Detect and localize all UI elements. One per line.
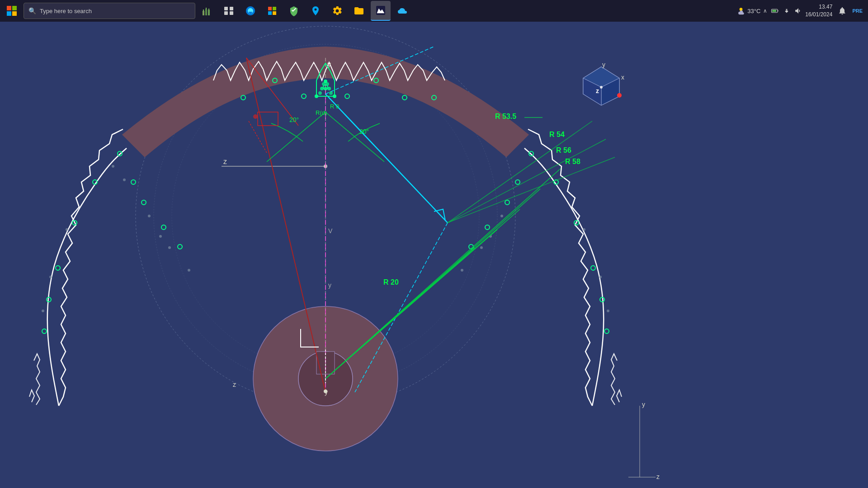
cloud-icon — [397, 5, 408, 16]
settings-app-button[interactable] — [327, 1, 347, 21]
svg-rect-9 — [230, 11, 233, 15]
city-thumbnail[interactable] — [197, 1, 217, 21]
taskbar-right: 33°C ∧ 13.47 16/0 — [736, 3, 866, 19]
svg-point-110 — [617, 93, 622, 98]
r20-label: R 20 — [383, 278, 399, 286]
cad-icon — [375, 5, 386, 16]
store-button[interactable] — [262, 1, 282, 21]
svg-rect-2 — [208, 10, 210, 15]
battery-icon — [771, 7, 779, 15]
svg-rect-1 — [205, 9, 207, 15]
r54-label: R 54 — [549, 131, 565, 138]
svg-point-86 — [253, 114, 258, 119]
angle1-label: 20° — [289, 116, 299, 123]
svg-rect-12 — [268, 11, 272, 15]
cad-app-button[interactable] — [371, 1, 391, 21]
svg-rect-14 — [376, 6, 385, 15]
task-view-button[interactable] — [219, 1, 239, 21]
svg-point-100 — [324, 389, 327, 393]
svg-rect-10 — [268, 7, 272, 10]
svg-point-90 — [315, 94, 318, 98]
svg-rect-6 — [224, 7, 228, 10]
svg-point-111 — [600, 86, 603, 89]
svg-point-95 — [322, 82, 326, 86]
svg-point-67 — [583, 228, 585, 231]
store-icon — [267, 5, 278, 16]
svg-rect-13 — [273, 11, 276, 15]
gear-icon — [332, 5, 343, 16]
svg-rect-7 — [230, 7, 233, 10]
wifi-icon — [783, 7, 791, 15]
search-bar[interactable]: 🔍 Type here to search — [24, 3, 195, 19]
r0b-label: R(d) — [316, 109, 327, 116]
edge-button[interactable] — [241, 1, 260, 21]
cloud-app-button[interactable] — [392, 1, 412, 21]
svg-point-93 — [324, 87, 327, 90]
search-input[interactable]: Type here to search — [40, 8, 92, 14]
search-icon: 🔍 — [28, 7, 36, 14]
cad-canvas[interactable]: y z V y — [0, 22, 868, 488]
r56-label: R 56 — [556, 146, 571, 154]
notification-button[interactable] — [835, 4, 849, 18]
svg-point-55 — [123, 178, 126, 181]
svg-point-69 — [607, 310, 609, 312]
r0-label: R 0 — [330, 103, 339, 110]
date-display: 16/01/2024 — [805, 11, 832, 19]
svg-point-63 — [500, 215, 503, 217]
pre-badge: PRE — [852, 8, 863, 14]
svg-rect-18 — [778, 10, 778, 12]
temperature: 33°C — [747, 8, 760, 14]
y-right-label: y — [642, 401, 645, 408]
svg-point-62 — [42, 310, 44, 312]
time-display: 13.47 — [805, 3, 832, 11]
svg-point-15 — [740, 8, 743, 11]
svg-point-66 — [461, 269, 463, 272]
cloud-weather-icon — [736, 6, 745, 15]
svg-rect-3 — [203, 9, 204, 11]
chevron-up-icon[interactable]: ∧ — [763, 8, 767, 14]
z-bot-label: z — [233, 381, 236, 388]
svg-text:z: z — [596, 87, 599, 94]
svg-rect-8 — [224, 11, 228, 15]
svg-rect-11 — [273, 7, 276, 10]
r58-label: R 58 — [565, 158, 580, 165]
svg-point-57 — [159, 235, 162, 238]
folder-icon — [354, 5, 364, 16]
svg-point-65 — [480, 246, 483, 249]
svg-text:y: y — [602, 61, 605, 68]
svg-rect-4 — [208, 9, 209, 10]
start-button[interactable] — [2, 1, 22, 21]
maps-button[interactable] — [306, 1, 326, 21]
svg-point-59 — [188, 269, 190, 272]
cad-viewport[interactable]: y z V y — [0, 22, 868, 488]
svg-text:x: x — [621, 74, 624, 81]
svg-point-94 — [327, 87, 331, 90]
weather-widget[interactable]: 33°C — [736, 6, 760, 15]
y-axis-bot-label: y — [328, 282, 331, 289]
svg-point-61 — [49, 276, 52, 278]
v-label: V — [328, 227, 333, 235]
city-icon — [202, 5, 212, 16]
system-tray: ∧ — [763, 7, 802, 15]
z-right-label: z — [656, 473, 660, 480]
svg-point-68 — [599, 276, 602, 278]
r53-label: R 53.5 — [495, 113, 516, 120]
z-axis-label: z — [223, 158, 227, 165]
shield-icon — [288, 5, 299, 16]
svg-point-96 — [326, 82, 329, 86]
taskbar: 🔍 Type here to search — [0, 0, 868, 22]
svg-point-98 — [318, 91, 322, 95]
file-explorer-button[interactable] — [349, 1, 369, 21]
svg-rect-5 — [206, 8, 207, 9]
svg-point-92 — [320, 87, 324, 90]
shield-button[interactable] — [284, 1, 304, 21]
volume-icon — [794, 7, 802, 15]
svg-point-60 — [66, 228, 68, 231]
clock[interactable]: 13.47 16/01/2024 — [805, 3, 832, 19]
svg-point-54 — [112, 165, 114, 168]
svg-rect-0 — [203, 11, 204, 15]
svg-point-91 — [333, 94, 336, 98]
svg-point-97 — [329, 91, 333, 95]
notification-icon — [838, 6, 847, 15]
svg-point-56 — [148, 215, 151, 217]
